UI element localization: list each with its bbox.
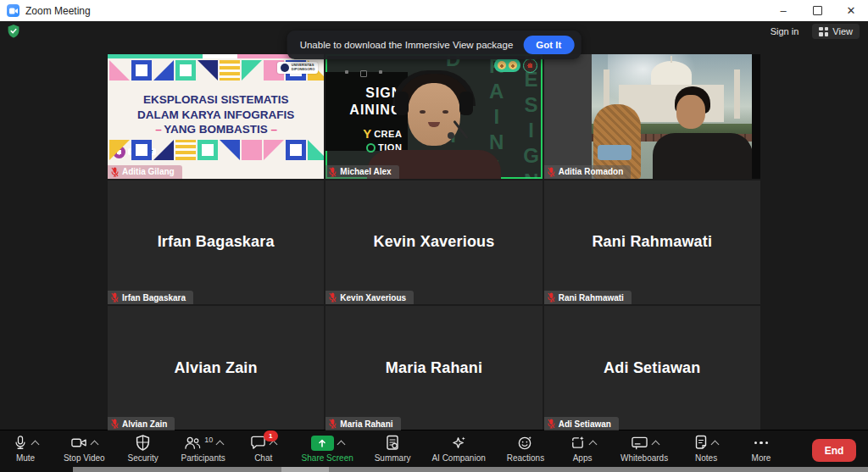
minaret: [734, 69, 740, 119]
got-it-button[interactable]: Got It: [523, 36, 574, 54]
participant-label: Michael Alex: [326, 165, 398, 179]
participants-button[interactable]: 10 Participants: [181, 435, 225, 463]
reactions-button[interactable]: Reactions: [507, 435, 544, 463]
video-side-bar: [544, 54, 592, 179]
more-icon: [754, 435, 769, 451]
microphone-icon: [13, 435, 28, 451]
view-label: View: [832, 26, 853, 36]
chevron-up-icon[interactable]: [711, 440, 720, 448]
participants-count: 10: [204, 436, 213, 444]
minimize-button[interactable]: –: [766, 0, 800, 21]
chevron-up-icon[interactable]: [216, 440, 225, 448]
apps-button[interactable]: Apps: [565, 435, 599, 463]
window-titlebar: Zoom Meeting – ✕: [0, 0, 868, 21]
muted-mic-icon: [329, 419, 337, 429]
muted-mic-icon: [329, 292, 337, 303]
participant-label: Kevin Xaverious: [326, 291, 414, 304]
close-button[interactable]: ✕: [834, 0, 868, 21]
muted-mic-icon: [548, 167, 555, 177]
ai-companion-button[interactable]: AI Companion: [431, 435, 485, 463]
person-face: [676, 95, 705, 129]
taskbar-sliver: [73, 467, 868, 472]
chevron-up-icon[interactable]: [337, 440, 345, 448]
participant-tile-adi-setiawan[interactable]: Adi Setiawan Adi Setiawan: [544, 306, 760, 430]
immersive-view-toast: Unable to download the Immersive View pa…: [287, 31, 581, 59]
person-body: [653, 133, 752, 179]
muted-mic-icon: [111, 419, 119, 429]
participant-tile-alvian-zain[interactable]: Alvian Zain Alvian Zain: [108, 306, 324, 430]
participant-label: Aditia Gilang: [108, 165, 182, 179]
participant-tile-maria-rahani[interactable]: Maria Rahani Maria Rahani: [326, 306, 542, 430]
end-meeting-button[interactable]: End: [812, 439, 856, 462]
reaction-icon: [523, 58, 537, 73]
slide-title: EKSPLORASI SISTEMATIS DALAM KARYA INFOGR…: [108, 92, 324, 137]
participant-name: Maria Rahani: [326, 306, 542, 430]
notes-button[interactable]: Notes: [689, 435, 723, 463]
mute-button[interactable]: Mute: [8, 435, 42, 463]
video-side-bar: [752, 54, 760, 179]
meeting-toolbar: Mute Stop Video Security 10: [0, 430, 868, 472]
video-gallery-grid: EKSPLORASI SISTEMATIS DALAM KARYA INFOGR…: [108, 54, 760, 430]
chevron-up-icon[interactable]: [588, 440, 597, 448]
chat-button[interactable]: 1 Chat: [247, 435, 281, 463]
toast-message: Unable to download the Immersive View pa…: [300, 40, 514, 50]
participant-name: Adi Setiawan: [544, 306, 760, 430]
reaction-emoji-pill: [494, 58, 520, 72]
participant-name: Irfan Bagaskara: [108, 180, 324, 305]
encryption-shield-icon[interactable]: [8, 25, 19, 38]
more-button[interactable]: More: [744, 435, 778, 463]
participant-tile-aditia-gilang[interactable]: EKSPLORASI SISTEMATIS DALAM KARYA INFOGR…: [108, 54, 324, 179]
shield-icon: [136, 435, 150, 451]
zoom-app-icon: [7, 4, 19, 17]
participant-label: Maria Rahani: [326, 417, 400, 430]
participant-label: Adi Setiawan: [544, 417, 619, 430]
view-button[interactable]: View: [812, 24, 860, 39]
chevron-up-icon[interactable]: [91, 440, 99, 448]
notes-icon: [694, 435, 708, 451]
meeting-topbar-right: Sign in View: [771, 24, 860, 39]
summary-button[interactable]: Summary: [375, 435, 411, 463]
whiteboards-button[interactable]: Whiteboards: [620, 435, 668, 463]
participant-name: Kevin Xaverious: [326, 180, 542, 305]
stop-video-button[interactable]: Stop Video: [64, 435, 105, 463]
participants-icon: [183, 435, 202, 451]
meeting-main-area: Sign in View Unable to download the Imme…: [0, 21, 868, 430]
summary-icon: [386, 435, 399, 451]
participant-tile-irfan-bagaskara[interactable]: Irfan Bagaskara Irfan Bagaskara: [108, 180, 324, 305]
university-emblem-icon: [281, 64, 289, 72]
maximize-button[interactable]: [800, 0, 834, 21]
window-controls: – ✕: [766, 0, 868, 21]
apps-icon: [570, 435, 586, 451]
slide-decoration-bottom: [109, 138, 322, 160]
participant-name: Alvian Zain: [108, 306, 324, 430]
participant-tile-michael-alex[interactable]: DESIGN TRAINING DESIGN SIGN AINING YCREA…: [326, 54, 542, 179]
participant-tile-rani-rahmawati[interactable]: Rani Rahmawati Rani Rahmawati: [544, 180, 760, 305]
muted-mic-icon: [111, 167, 119, 177]
view-grid-icon: [819, 27, 828, 36]
participant-label: Irfan Bagaskara: [108, 291, 193, 304]
reactions-icon: [517, 435, 533, 451]
maximize-icon: [813, 6, 822, 15]
participant-name: Rani Rahmawati: [544, 180, 760, 305]
window-title: Zoom Meeting: [25, 5, 91, 17]
chevron-up-icon[interactable]: [31, 440, 40, 448]
ai-companion-icon: [451, 435, 467, 451]
chat-unread-badge: 1: [264, 430, 278, 441]
taskbar-sliver-highlight: [281, 467, 329, 472]
participant-tile-aditia-romadon[interactable]: Aditia Romadon: [544, 54, 760, 179]
university-logo: UNIVERSITASDIPONEGORO: [277, 62, 319, 74]
share-screen-button[interactable]: Share Screen: [302, 435, 353, 463]
muted-mic-icon: [329, 167, 337, 177]
participant-tile-kevin-xaverious[interactable]: Kevin Xaverious Kevin Xaverious: [326, 180, 542, 305]
muted-mic-icon: [548, 419, 555, 429]
participant-label: Alvian Zain: [108, 417, 175, 430]
participant-label: Rani Rahmawati: [544, 291, 632, 304]
share-screen-icon: [311, 436, 334, 451]
chevron-up-icon[interactable]: [651, 440, 659, 448]
camera-icon: [70, 435, 87, 451]
sign-in-button[interactable]: Sign in: [771, 26, 799, 36]
video-feed: [592, 54, 752, 179]
security-button[interactable]: Security: [126, 435, 160, 463]
video-bg-pattern-text: DESIGN: [520, 54, 541, 179]
zoom-meeting-window: Zoom Meeting – ✕ Sign in View Unable to …: [0, 0, 868, 472]
